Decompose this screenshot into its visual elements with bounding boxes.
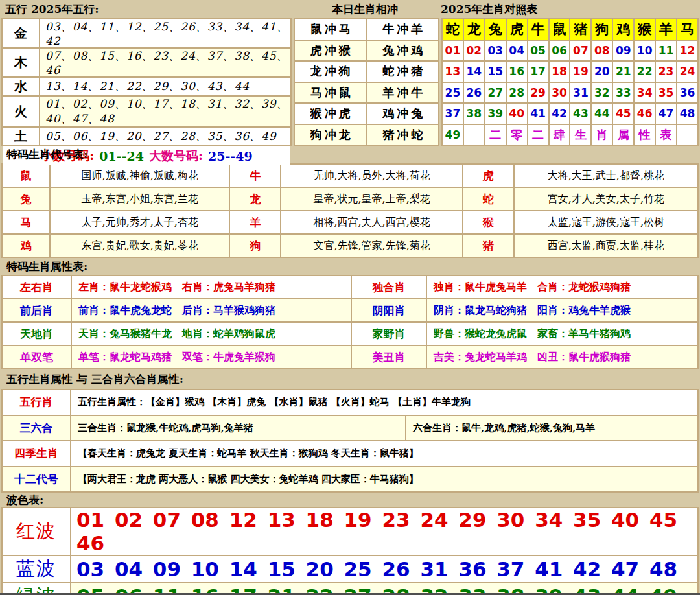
zodiac-number: 08 bbox=[592, 41, 612, 61]
zodiac-number: 24 bbox=[677, 62, 697, 82]
clash-pair: 蛇冲猪 bbox=[368, 62, 439, 82]
code-animal-names: 宫女,才人,美女,太子,竹花 bbox=[515, 188, 697, 210]
zodiac-number: 40 bbox=[507, 104, 527, 124]
zodiac-number: 38 bbox=[464, 104, 484, 124]
combo-row: 十二代号【两大君王：龙虎 两大恶人：鼠猴 四大美女：兔蛇羊鸡 四大家臣：牛马猪狗… bbox=[3, 467, 697, 492]
zodiac-header: 兔 bbox=[485, 19, 506, 40]
zodiac-number: 22 bbox=[635, 62, 655, 82]
zodiac-number: 48 bbox=[677, 104, 697, 124]
range-part-big_label: 大数号码: bbox=[149, 148, 203, 165]
wave-color-label: 红波 bbox=[3, 508, 70, 555]
element-label: 金 bbox=[3, 19, 39, 47]
clash-title: 本日生肖相冲 bbox=[292, 2, 438, 17]
attrs-section-title: 特码生肖属性表: bbox=[6, 259, 88, 274]
zodiac-header: 马 bbox=[677, 19, 697, 40]
zodiac-footer-char: 二 bbox=[528, 125, 548, 145]
zodiac-number: 14 bbox=[464, 62, 484, 82]
wave-row: 红波01 02 07 08 12 13 18 19 23 24 29 30 34… bbox=[3, 508, 697, 555]
zodiac-header: 蛇 bbox=[443, 19, 463, 40]
wave-numbers: 05 06 11 16 17 21 22 27 28 32 33 38 39 4… bbox=[71, 583, 697, 595]
zodiac-number: 05 bbox=[528, 41, 548, 61]
code-animal-names: 玉帝,东宫,小姐,东宫,兰花 bbox=[51, 188, 229, 210]
zodiac-footer-char: 零 bbox=[507, 125, 527, 145]
code-animal-label: 羊 bbox=[230, 211, 280, 233]
clash-pair: 猴冲虎 bbox=[295, 104, 366, 124]
code-animal-names: 国师,叛贼,神偷,叛贼,梅花 bbox=[51, 165, 229, 187]
clash-pair: 猪冲蛇 bbox=[368, 125, 439, 145]
zodiac-number: 03 bbox=[485, 41, 506, 61]
code-animal-names: 无帅,大将,员外,大将,荷花 bbox=[281, 165, 461, 187]
zodiac-footer-char: 49 bbox=[443, 125, 463, 145]
zodiac-number: 02 bbox=[464, 41, 484, 61]
zodiac-header: 猪 bbox=[570, 19, 590, 40]
combos-table: 五行肖五行生肖属性：【金肖】猴鸡 【木肖】虎兔 【水肖】鼠猪 【火肖】蛇马 【土… bbox=[1, 389, 699, 493]
zodiac-number: 31 bbox=[570, 83, 590, 103]
attrs-section-header: 特码生肖属性表: bbox=[0, 258, 700, 275]
title-bar: 五行 2025年五行: 本日生肖相冲 2025年生肖对照表 bbox=[0, 0, 700, 18]
combo-group-label: 五行肖 bbox=[3, 390, 70, 415]
zodiac-number: 17 bbox=[528, 62, 548, 82]
empty-cell bbox=[464, 125, 484, 145]
zodiac-number: 23 bbox=[656, 62, 676, 82]
clash-pair: 牛冲羊 bbox=[368, 19, 439, 40]
element-numbers: 05、06、19、20、27、28、35、36、49 bbox=[40, 128, 290, 145]
five-elements-table: 金03、04、11、12、25、26、33、34、41、42木07、08、15、… bbox=[1, 18, 292, 146]
attribute-values: 野兽：猴蛇龙兔虎鼠 家畜：羊马牛猪狗鸡 bbox=[427, 323, 697, 345]
zodiac-number: 35 bbox=[656, 83, 676, 103]
element-label: 土 bbox=[3, 128, 39, 145]
zodiac-header: 鼠 bbox=[550, 19, 570, 40]
zodiac-number: 47 bbox=[656, 104, 676, 124]
zodiac-footer-char: 肆 bbox=[550, 125, 570, 145]
zodiac-header: 狗 bbox=[592, 19, 612, 40]
zodiac-number: 29 bbox=[528, 83, 548, 103]
combo-values: 三合生肖：鼠龙猴,牛蛇鸡,虎马狗,兔羊猪 bbox=[71, 416, 405, 441]
zodiac-number: 06 bbox=[550, 41, 570, 61]
combo-row: 三六合三合生肖：鼠龙猴,牛蛇鸡,虎马狗,兔羊猪六合生肖：鼠牛,龙鸡,虎猪,蛇猴,… bbox=[3, 416, 697, 441]
waves-section-title: 波色表: bbox=[6, 493, 43, 508]
attribute-values: 吉美：兔龙蛇马羊鸡 凶丑：鼠牛虎猴狗猪 bbox=[427, 346, 697, 368]
attribute-values: 单笔：鼠龙蛇马鸡猪 双笔：牛虎兔羊猴狗 bbox=[72, 346, 351, 368]
wave-numbers: 01 02 07 08 12 13 18 19 23 24 29 30 34 3… bbox=[71, 508, 697, 555]
clash-pair: 鼠冲马 bbox=[295, 19, 366, 40]
zodiac-number: 01 bbox=[443, 41, 463, 61]
element-numbers: 03、04、11、12、25、26、33、34、41、42 bbox=[40, 19, 290, 47]
wave-colors-table: 红波01 02 07 08 12 13 18 19 23 24 29 30 34… bbox=[1, 507, 699, 593]
attribute-values: 前肖：鼠牛虎兔龙蛇 后肖：马羊猴鸡狗猪 bbox=[72, 299, 351, 321]
code-animal-label: 蛇 bbox=[463, 188, 513, 210]
zodiac-number: 11 bbox=[656, 41, 676, 61]
clash-pair: 鸡冲兔 bbox=[368, 104, 439, 124]
zodiac-number: 26 bbox=[464, 83, 484, 103]
zodiac-number: 33 bbox=[613, 83, 633, 103]
zodiac-number: 27 bbox=[485, 83, 506, 103]
code-animal-label: 虎 bbox=[463, 165, 513, 187]
zodiac-header: 龙 bbox=[464, 19, 484, 40]
wave-row: 绿波05 06 11 16 17 21 22 27 28 32 33 38 39… bbox=[3, 583, 697, 595]
zodiac-footer-char: 二 bbox=[485, 125, 506, 145]
combo-values: 六合生肖：鼠牛,龙鸡,虎猪,蛇猴,兔狗,马羊 bbox=[406, 416, 697, 441]
zodiac-header: 牛 bbox=[528, 19, 548, 40]
code-animal-label: 马 bbox=[3, 211, 49, 233]
range-part-big_range: 25--49 bbox=[208, 149, 253, 163]
zodiac-number: 13 bbox=[443, 62, 463, 82]
zodiac-footer-char: 肖 bbox=[592, 125, 612, 145]
code-animal-label: 龙 bbox=[230, 188, 280, 210]
zodiac-number: 21 bbox=[613, 62, 633, 82]
clash-pair: 马冲鼠 bbox=[295, 83, 366, 103]
code-animal-names: 太监,寇王,游侠,寇王,松树 bbox=[515, 211, 697, 233]
element-label: 水 bbox=[3, 78, 39, 95]
combos-section-header: 五行生肖属性 与 三合肖六合肖属性: bbox=[0, 369, 700, 389]
zodiac-footer-char: 性 bbox=[635, 125, 655, 145]
zodiac-number: 10 bbox=[635, 41, 655, 61]
code-animal-names: 相将,西宫,夫人,西宫,樱花 bbox=[281, 211, 461, 233]
combo-group-label: 十二代号 bbox=[3, 467, 70, 492]
combo-values: 五行生肖属性：【金肖】猴鸡 【木肖】虎兔 【水肖】鼠猪 【火肖】蛇马 【土肖】牛… bbox=[71, 390, 697, 415]
code-animal-names: 文官,先锋,管家,先锋,菊花 bbox=[281, 235, 461, 257]
code-animal-names: 大将,大王,武士,都督,桃花 bbox=[515, 165, 697, 187]
clash-pair: 羊冲牛 bbox=[368, 83, 439, 103]
zodiac-header: 鸡 bbox=[613, 19, 633, 40]
clash-pair: 兔冲鸡 bbox=[368, 41, 439, 61]
zodiac-number: 37 bbox=[443, 104, 463, 124]
zodiac-number: 34 bbox=[635, 83, 655, 103]
combo-group-label: 四季生肖 bbox=[3, 441, 70, 466]
element-numbers: 01、02、09、10、17、18、31、32、39、40、47、48 bbox=[40, 97, 290, 126]
